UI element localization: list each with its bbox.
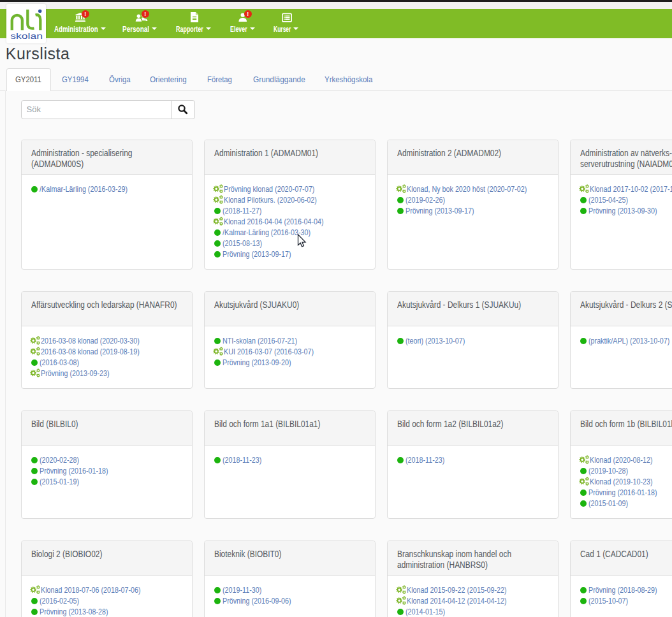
svg-text:skolan: skolan bbox=[10, 31, 43, 41]
